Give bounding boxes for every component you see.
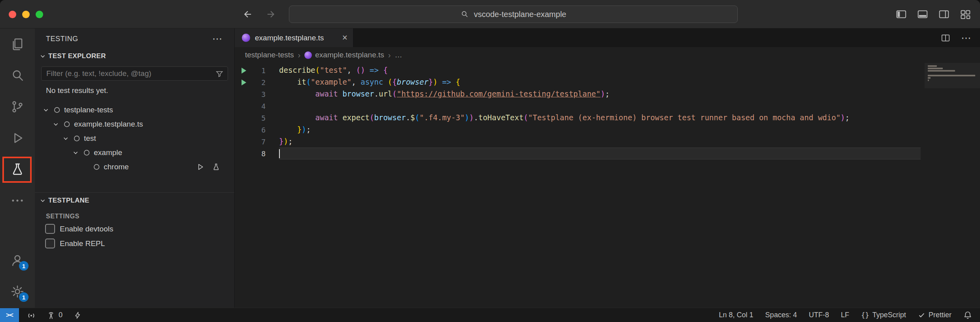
status-zap[interactable] <box>74 311 82 319</box>
activity-source-control-icon[interactable] <box>0 91 35 122</box>
test-state-icon <box>81 146 92 160</box>
code-line-6[interactable]: 6 }); <box>235 124 980 136</box>
tab-example-testplane-ts[interactable]: example.testplane.ts × <box>235 28 353 47</box>
code-line-4[interactable]: 4 <box>235 100 980 112</box>
minimap[interactable] <box>928 65 978 84</box>
line-number: 3 <box>252 90 266 98</box>
run-test-gutter-icon[interactable] <box>235 66 252 75</box>
remote-window-button[interactable]: >< <box>0 308 19 322</box>
chevron-down-icon[interactable] <box>70 146 81 160</box>
status-indentation[interactable]: Spaces: 4 <box>765 311 797 319</box>
line-content: describe("test", () => { <box>279 64 921 76</box>
code-line-7[interactable]: 7}); <box>235 136 980 148</box>
status-encoding[interactable]: UTF-8 <box>809 311 829 319</box>
forward-icon[interactable] <box>265 9 276 20</box>
editor-region: example.testplane.ts × ⋯ testplane-tests… <box>235 28 980 308</box>
vscode-window: vscode-testplane-example 11 TEST <box>0 0 980 322</box>
breadcrumb-separator: › <box>388 51 391 60</box>
test-filter <box>41 66 228 81</box>
checkbox-label: Enable REPL <box>60 239 105 248</box>
tab-strip: example.testplane.ts × ⋯ <box>235 28 980 47</box>
code-line-8[interactable]: 8 <box>235 148 980 159</box>
test-filter-input[interactable] <box>46 69 215 78</box>
activity-accounts-icon[interactable]: 1 <box>0 244 35 276</box>
status-formatter[interactable]: Prettier <box>918 311 952 319</box>
window-controls <box>9 11 43 18</box>
chevron-down-icon[interactable] <box>40 103 51 117</box>
tree-item-chrome[interactable]: chrome <box>35 160 234 174</box>
line-content: }); <box>279 136 921 148</box>
breadcrumb-item[interactable]: testplane-tests <box>245 51 294 59</box>
status-cursor-position[interactable]: Ln 8, Col 1 <box>719 311 753 319</box>
command-center[interactable]: vscode-testplane-example <box>289 6 738 23</box>
close-tab-icon[interactable]: × <box>342 33 348 42</box>
more-actions-icon[interactable]: ⋯ <box>212 37 223 41</box>
close-window-button[interactable] <box>9 11 16 18</box>
breadcrumb-item[interactable]: … <box>395 51 402 59</box>
toggle-secondary-sidebar-icon[interactable] <box>938 8 950 20</box>
minimize-window-button[interactable] <box>22 11 30 18</box>
code-editor[interactable]: 1describe("test", () => {2 it("example",… <box>235 63 980 308</box>
checkbox-label: Enable devtools <box>60 225 113 233</box>
split-editor-icon[interactable] <box>940 33 951 43</box>
status-bar: >< 0 Ln 8, Col 1Spaces: 4UTF-8LF{}TypeSc… <box>0 308 980 322</box>
activity-testing-icon[interactable] <box>0 153 35 185</box>
toggle-panel-icon[interactable] <box>917 8 929 20</box>
back-icon[interactable] <box>242 9 253 20</box>
line-number: 8 <box>252 150 266 158</box>
section-test-explorer[interactable]: TEST EXPLORER <box>35 49 234 63</box>
checkbox-box[interactable] <box>45 239 55 248</box>
test-tree: testplane-testsexample.testplane.tsteste… <box>35 103 234 174</box>
line-content <box>279 100 921 112</box>
status-language-mode[interactable]: {}TypeScript <box>861 311 906 319</box>
tree-item-label: chrome <box>102 163 129 171</box>
activity-settings-icon[interactable]: 1 <box>0 276 35 307</box>
code-line-1[interactable]: 1describe("test", () => { <box>235 64 980 76</box>
filter-icon[interactable] <box>215 70 224 78</box>
check-icon <box>918 311 925 319</box>
customize-layout-icon[interactable] <box>959 8 971 20</box>
testplane-file-icon <box>242 34 250 42</box>
editor-more-actions-icon[interactable]: ⋯ <box>961 36 972 40</box>
status-label: TypeScript <box>872 311 906 319</box>
section-testplane[interactable]: TESTPLANE <box>35 192 234 208</box>
search-icon <box>460 10 469 19</box>
status-eol[interactable]: LF <box>841 311 849 319</box>
minimap-line <box>928 80 929 81</box>
tree-item-test[interactable]: test <box>35 131 234 146</box>
status-ports[interactable]: 0 <box>47 311 63 320</box>
run-test-icon[interactable] <box>196 163 204 171</box>
beaker-action-icon[interactable] <box>212 163 220 171</box>
code-line-2[interactable]: 2 it("example", async ({browser}) => { <box>235 76 980 88</box>
run-test-gutter-icon[interactable] <box>235 78 252 87</box>
tree-item-example.testplane.ts[interactable]: example.testplane.ts <box>35 117 234 131</box>
tab-label: example.testplane.ts <box>255 34 324 42</box>
tree-item-example[interactable]: example <box>35 146 234 160</box>
zoom-window-button[interactable] <box>36 11 43 18</box>
settings-subheader: SETTINGS <box>35 208 234 222</box>
notifications-bell-icon[interactable] <box>963 311 972 320</box>
checkbox-enable-repl[interactable]: Enable REPL <box>35 236 234 251</box>
activity-explorer-icon[interactable] <box>0 28 35 60</box>
chevron-down-icon[interactable] <box>60 131 71 146</box>
status-label: UTF-8 <box>809 311 829 319</box>
status-label: Prettier <box>929 311 952 319</box>
activity-run-debug-icon[interactable] <box>0 122 35 153</box>
breadcrumb-label: … <box>395 51 402 59</box>
activity-search-icon[interactable] <box>0 60 35 91</box>
status-broadcast[interactable] <box>27 311 36 320</box>
toggle-primary-sidebar-icon[interactable] <box>895 8 907 20</box>
breadcrumb-item[interactable]: example.testplane.ts <box>304 51 384 59</box>
activity-more-icon[interactable] <box>0 185 35 216</box>
no-results-message: No test results yet. <box>35 84 234 97</box>
code-line-5[interactable]: 5 await expect(browser.$(".f4.my-3")).to… <box>235 112 980 124</box>
testplane-section: TESTPLANE SETTINGS Enable devtoolsEnable… <box>35 192 234 251</box>
chevron-down-icon[interactable] <box>50 117 61 131</box>
layout-controls <box>895 0 971 28</box>
code-line-3[interactable]: 3 await browser.url("https://github.com/… <box>235 88 980 100</box>
test-state-icon <box>91 160 102 174</box>
tree-item-testplane-tests[interactable]: testplane-tests <box>35 103 234 117</box>
checkbox-box[interactable] <box>45 224 55 234</box>
line-content <box>279 148 921 159</box>
checkbox-enable-devtools[interactable]: Enable devtools <box>35 222 234 236</box>
